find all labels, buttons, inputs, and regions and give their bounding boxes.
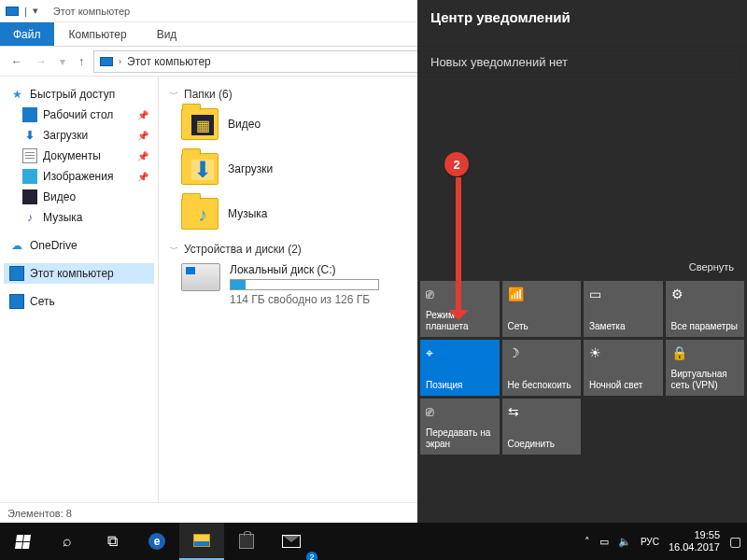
sidebar-item-videos[interactable]: Видео: [4, 187, 154, 207]
sidebar-item-documents[interactable]: Документы 📌: [4, 146, 154, 166]
tile-icon: ⎚: [426, 404, 494, 419]
up-button[interactable]: ↑: [75, 53, 88, 70]
back-button[interactable]: ←: [7, 53, 26, 70]
pin-icon: 📌: [137, 151, 148, 161]
address-path: Этот компьютер: [127, 55, 211, 68]
taskbar-edge[interactable]: e: [134, 523, 179, 560]
action-center-title: Центр уведомлений: [417, 0, 747, 31]
sidebar-onedrive[interactable]: ☁ OneDrive: [4, 235, 154, 256]
quick-action-tile[interactable]: ⎚Передавать на экран: [420, 399, 500, 455]
quick-action-tile[interactable]: ⚙Все параметры: [666, 281, 745, 337]
tile-label: Соединить: [508, 439, 576, 450]
thispc-icon: [6, 7, 19, 16]
folder-label: Музыка: [228, 207, 267, 220]
downloads-icon: ⬇: [22, 128, 37, 143]
sidebar-network[interactable]: Сеть: [4, 291, 154, 312]
tile-icon: ⚙: [671, 287, 740, 301]
taskbar-mail[interactable]: 2: [269, 523, 314, 560]
taskbar: ⌕ ⧉ e 2 ˄ ▭ 🔈 РУС 19:55 16.04.2017 ▢: [0, 523, 747, 560]
tile-icon: ⇆: [508, 404, 576, 419]
sidebar-quick-access[interactable]: ★ Быстрый доступ: [4, 84, 154, 105]
qat-divider: |: [24, 6, 27, 17]
drive-free-text: 114 ГБ свободно из 126 ГБ: [230, 293, 379, 306]
sidebar-item-pictures[interactable]: Изображения 📌: [4, 166, 154, 187]
window-title: Этот компьютер: [53, 6, 130, 17]
drive-usage-bar: [230, 279, 379, 290]
tab-view[interactable]: Вид: [142, 22, 192, 46]
taskbar-explorer[interactable]: [179, 523, 224, 560]
file-tab[interactable]: Файл: [0, 22, 54, 46]
sidebar-item-desktop[interactable]: Рабочий стол 📌: [4, 105, 154, 125]
drive-name: Локальный диск (C:): [230, 263, 379, 276]
quick-action-tile[interactable]: ⇆Соединить: [502, 399, 582, 455]
tile-icon: ⌖: [426, 345, 494, 360]
quick-action-tile[interactable]: ☽Не беспокоить: [502, 340, 582, 396]
quick-action-tile[interactable]: 📶Сеть: [502, 281, 582, 337]
sidebar-item-label: Видео: [43, 190, 76, 203]
qat-dropdown-icon[interactable]: ▾: [33, 5, 38, 17]
mail-icon: [282, 535, 301, 548]
annotation-arrow-down: [456, 177, 461, 317]
chevron-down-icon: ﹀: [170, 244, 178, 256]
sidebar-label: Быстрый доступ: [30, 88, 115, 101]
tile-label: Сеть: [508, 321, 576, 332]
folder-icon: ▦: [181, 108, 218, 140]
edge-icon: e: [148, 533, 165, 550]
clock-time: 19:55: [669, 529, 720, 541]
action-center-collapse[interactable]: Свернуть: [417, 256, 747, 278]
store-icon: [239, 534, 254, 549]
sidebar-item-downloads[interactable]: ⬇ Загрузки 📌: [4, 125, 154, 146]
quick-action-tile[interactable]: ▭Заметка: [584, 281, 663, 337]
sidebar-thispc[interactable]: Этот компьютер: [4, 263, 154, 284]
quick-action-tile[interactable]: 🔒Виртуальная сеть (VPN): [666, 340, 745, 396]
windows-logo-icon: [14, 535, 30, 549]
item-count: Элементов: 8: [7, 508, 72, 519]
recent-dropdown[interactable]: ▾: [56, 53, 69, 70]
search-button[interactable]: ⌕: [45, 523, 90, 560]
tab-computer[interactable]: Компьютер: [54, 22, 142, 46]
sidebar-item-music[interactable]: ♪ Музыка: [4, 207, 154, 228]
section-title: Папки (6): [184, 88, 233, 101]
sidebar-item-label: Музыка: [43, 211, 82, 224]
tile-icon: ☽: [508, 345, 576, 360]
tray-chevron-icon[interactable]: ˄: [585, 536, 590, 548]
action-center-button[interactable]: ▢: [729, 534, 741, 549]
sidebar-item-label: Документы: [43, 149, 101, 162]
pin-icon: 📌: [137, 172, 148, 182]
taskview-button[interactable]: ⧉: [90, 523, 134, 560]
taskbar-store[interactable]: [224, 523, 269, 560]
tray-network-icon[interactable]: ▭: [599, 536, 609, 548]
tile-icon: ▭: [589, 287, 657, 301]
tray-language[interactable]: РУС: [641, 537, 659, 547]
sidebar-item-label: Рабочий стол: [43, 108, 113, 121]
sidebar-item-label: Этот компьютер: [30, 267, 114, 280]
action-center: Центр уведомлений Новых уведомлений нет …: [417, 0, 747, 523]
sidebar-item-label: OneDrive: [30, 239, 78, 252]
search-icon: ⌕: [63, 533, 72, 550]
start-button[interactable]: [0, 523, 45, 560]
address-thispc-icon: [100, 57, 113, 66]
drive-icon: [181, 263, 220, 291]
videos-icon: [22, 189, 37, 204]
quick-action-tile[interactable]: ☀Ночной свет: [584, 340, 663, 396]
tile-label: Все параметры: [671, 321, 740, 332]
sidebar-item-label: Изображения: [43, 170, 113, 183]
tile-icon: 📶: [508, 287, 576, 301]
forward-button[interactable]: →: [32, 53, 50, 70]
tile-label: Позиция: [426, 380, 494, 391]
thispc-icon: [9, 266, 24, 281]
chevron-down-icon: ﹀: [170, 89, 178, 101]
explorer-icon: [193, 534, 210, 547]
quick-action-tile[interactable]: ⌖Позиция: [420, 340, 500, 396]
tile-label: Не беспокоить: [508, 380, 576, 391]
mail-badge: 2: [306, 552, 317, 560]
taskbar-clock[interactable]: 19:55 16.04.2017: [669, 529, 720, 553]
tile-icon: ☀: [589, 345, 657, 360]
quick-action-tiles: ⎚Режим планшета📶Сеть▭Заметка⚙Все парамет…: [417, 278, 747, 457]
sidebar-item-label: Загрузки: [43, 129, 88, 142]
music-icon: ♪: [22, 210, 37, 225]
tray-volume-icon[interactable]: 🔈: [618, 536, 631, 548]
pin-icon: 📌: [137, 110, 148, 120]
pictures-icon: [22, 169, 37, 184]
star-icon: ★: [9, 87, 24, 102]
